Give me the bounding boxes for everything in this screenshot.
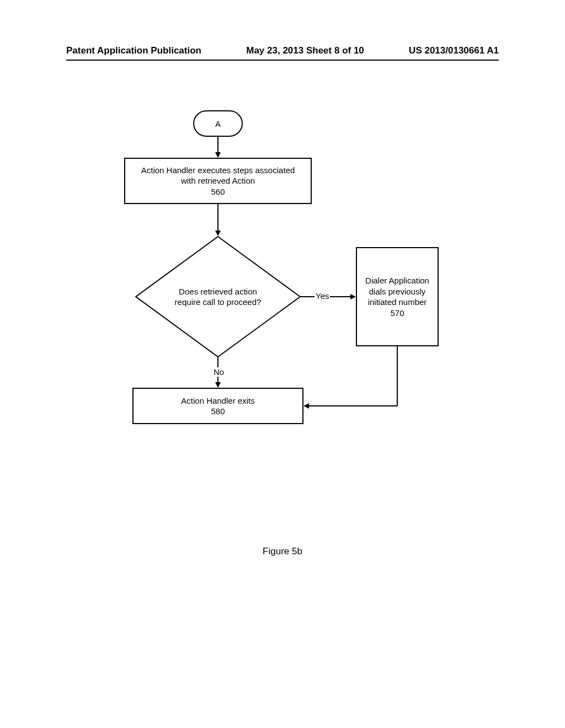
step560-num: 560 <box>141 186 295 197</box>
step560-line2: with retrieved Action <box>141 175 295 186</box>
step570-line3: initiated number <box>365 297 429 308</box>
step-560: Action Handler executes steps associated… <box>124 158 312 204</box>
header-left: Patent Application Publication <box>66 45 201 56</box>
step560-line1: Action Handler executes steps associated <box>141 165 295 176</box>
page-header: Patent Application Publication May 23, 2… <box>0 45 565 56</box>
svg-marker-8 <box>215 382 221 388</box>
header-right: US 2013/0130661 A1 <box>409 45 499 56</box>
svg-marker-6 <box>350 294 356 299</box>
arrow-560-decision <box>215 204 221 236</box>
step580-num: 580 <box>181 406 254 417</box>
svg-marker-11 <box>303 403 309 409</box>
decision: Does retrieved action require call to pr… <box>135 236 301 357</box>
edge-yes-label: Yes <box>315 291 330 301</box>
edge-no-label: No <box>212 367 225 377</box>
svg-marker-3 <box>215 231 221 236</box>
arrow-570-580 <box>301 346 400 410</box>
step-570: Dialer Application dials previously init… <box>356 247 439 346</box>
step-580: Action Handler exits 580 <box>132 388 303 424</box>
header-rule <box>66 60 499 61</box>
connector-label: A <box>215 119 221 129</box>
step570-line2: dials previously <box>365 286 429 297</box>
step570-line1: Dialer Application <box>365 275 429 286</box>
figure-caption: Figure 5b <box>0 546 565 557</box>
svg-marker-1 <box>215 152 221 158</box>
step580-line1: Action Handler exits <box>181 395 254 406</box>
arrow-a-560 <box>215 137 221 158</box>
step570-num: 570 <box>365 308 429 319</box>
decision-line1: Does retrieved action <box>175 286 262 297</box>
flowchart: A Action Handler executes steps associat… <box>0 105 565 601</box>
decision-line2: require call to proceed? <box>175 297 262 308</box>
connector-a: A <box>193 110 243 137</box>
header-center: May 23, 2013 Sheet 8 of 10 <box>246 45 364 56</box>
